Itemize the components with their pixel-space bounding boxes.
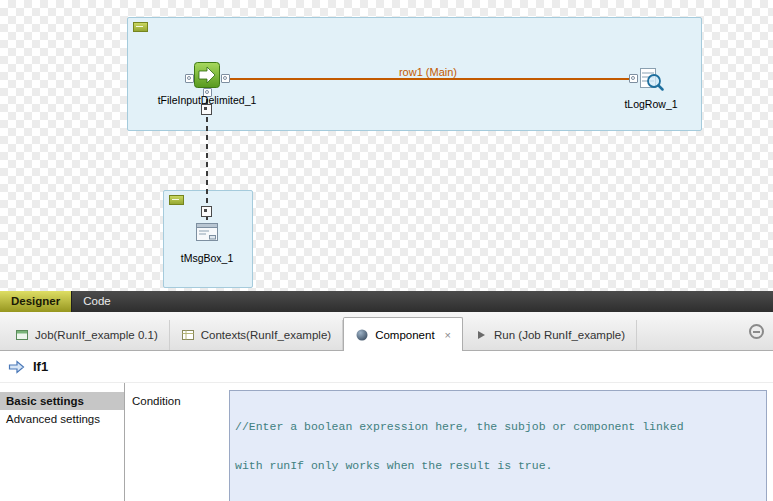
tfileinputdelimited-icon (194, 62, 220, 88)
tmsgbox-icon (194, 219, 220, 245)
condition-editor[interactable]: //Enter a boolean expression here, the s… (229, 390, 767, 501)
tab-code[interactable]: Code (72, 291, 122, 312)
tab-run[interactable]: Run (Job RunIf_example) (463, 320, 637, 350)
tlogrow-icon (638, 66, 664, 92)
tab-job-label: Job(RunIf_example 0.1) (35, 329, 158, 341)
settings-sidebar: Basic settings Advanced settings (0, 383, 125, 501)
component-settings: Basic settings Advanced settings Conditi… (0, 383, 773, 501)
tab-contexts[interactable]: Contexts(RunIf_example) (170, 320, 343, 350)
component-label-tfileinputdelimited[interactable]: tFileInputDelimited_1 (142, 94, 272, 106)
tab-component-label: Component (375, 329, 434, 341)
connection-port[interactable] (629, 74, 638, 83)
condition-label: Condition (132, 395, 181, 407)
component-tlogrow[interactable] (638, 66, 664, 92)
sidebar-item-advanced-settings[interactable]: Advanced settings (0, 410, 124, 428)
close-icon[interactable]: × (445, 329, 451, 341)
view-tab-bar: Job(RunIf_example 0.1) Contexts(RunIf_ex… (0, 312, 773, 351)
job-icon (15, 328, 29, 342)
talend-studio-window: row1 (Main) tFileInputDelimited_1 (0, 0, 773, 501)
component-tmsgbox[interactable] (194, 219, 220, 245)
component-icon (355, 328, 369, 342)
component-label-tlogrow[interactable]: tLogRow_1 (611, 98, 691, 110)
component-tfileinputdelimited[interactable] (194, 62, 220, 88)
comment-text: //Enter a boolean expression here, the s… (235, 420, 684, 433)
row1-connection-line[interactable] (226, 78, 630, 80)
component-view-header: If1 (0, 351, 773, 383)
forward-arrow-icon (8, 360, 25, 374)
subjob-collapse-button[interactable] (169, 195, 184, 205)
component-label-tmsgbox[interactable]: tMsgBox_1 (167, 252, 247, 264)
connection-port[interactable] (185, 74, 194, 83)
basic-settings-panel: Condition //Enter a boolean expression h… (125, 383, 773, 501)
tab-job[interactable]: Job(RunIf_example 0.1) (4, 320, 170, 350)
connection-port[interactable] (221, 74, 230, 83)
minimize-view-icon[interactable] (749, 324, 764, 339)
trigger-link-node[interactable] (201, 206, 212, 217)
subjob-collapse-button[interactable] (133, 22, 148, 32)
tab-run-label: Run (Job RunIf_example) (494, 329, 625, 341)
tab-designer[interactable]: Designer (0, 291, 72, 312)
tab-component[interactable]: Component × (343, 317, 463, 351)
contexts-icon (181, 328, 195, 342)
page-title: If1 (33, 359, 48, 374)
design-canvas[interactable]: row1 (Main) tFileInputDelimited_1 (0, 0, 773, 291)
editor-mode-bar: Designer Code (0, 291, 773, 312)
row1-connection-label[interactable]: row1 (Main) (366, 66, 490, 78)
comment-text: with runIf only works when the result is… (235, 459, 552, 472)
code-line: //Enter a boolean expression here, the s… (235, 420, 761, 433)
sidebar-item-basic-settings[interactable]: Basic settings (0, 392, 124, 410)
code-line: with runIf only works when the result is… (235, 459, 761, 472)
run-icon (474, 328, 488, 342)
tab-contexts-label: Contexts(RunIf_example) (201, 329, 331, 341)
